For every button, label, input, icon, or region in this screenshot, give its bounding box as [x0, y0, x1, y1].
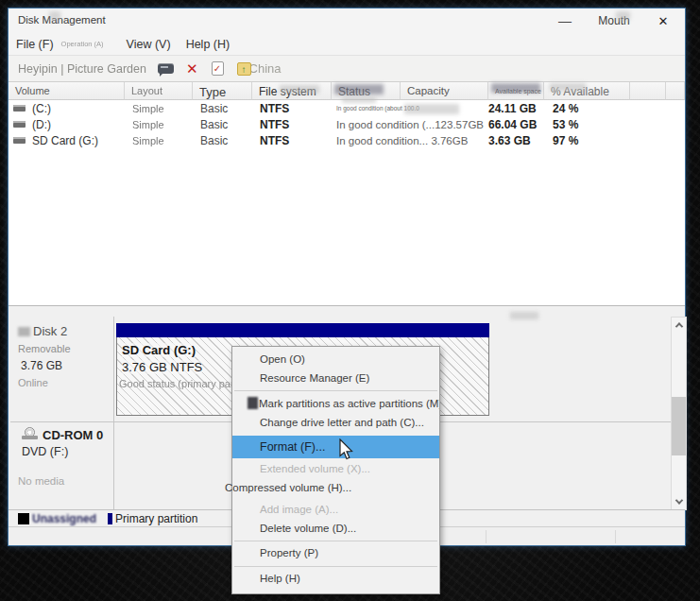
column-header-status[interactable]: Status	[332, 82, 401, 100]
column-header-capacity[interactable]: Capacity	[401, 82, 488, 100]
table-row[interactable]: SD Card (G:) Simple Basic NTFS In good c…	[9, 132, 685, 148]
column-header-volume[interactable]: Volume	[9, 82, 125, 100]
volume-status: In good condition (about 100.0	[332, 105, 475, 112]
scrollbar-thumb[interactable]	[672, 397, 686, 455]
column-header-type[interactable]: Type	[193, 82, 252, 100]
volume-available: 66.04 GB	[488, 118, 544, 131]
volume-filesystem: NTFS	[252, 118, 332, 131]
menu-help[interactable]: Help (H)	[179, 38, 238, 51]
menu-item-resource-manager[interactable]: Resource Manager (E)	[232, 369, 439, 388]
cd-drive-icon	[22, 427, 38, 439]
partition-title: SD Card (G:)	[122, 343, 196, 357]
chevron-up-icon	[674, 322, 682, 330]
legend-unassigned-swatch	[18, 513, 29, 524]
menu-item-change-drive-letter[interactable]: Change drive letter and path (C)...	[232, 414, 439, 433]
drive-icon	[13, 137, 26, 144]
status-separator	[486, 530, 487, 543]
volume-pct-available: 53 %	[544, 118, 630, 131]
menu-file[interactable]: File (F)	[9, 38, 61, 51]
volume-layout: Simple	[125, 103, 193, 114]
toolbar-caption: Heyipin | Picture Garden	[18, 62, 146, 76]
vertical-scrollbar[interactable]	[671, 317, 687, 510]
upload-folder-icon[interactable]: ↑	[237, 62, 251, 76]
partition-size: 3.76 GB NTFS	[122, 360, 202, 374]
partition-color-bar	[116, 323, 489, 337]
legend-unassigned-label: Unassigned	[32, 512, 96, 525]
volume-available: 24.11 GB	[488, 102, 544, 115]
menu-item-add-image: Add image (A)...	[232, 501, 439, 520]
toolbar-china-label: China	[249, 61, 282, 76]
column-header-filler	[630, 82, 666, 100]
scroll-up-button[interactable]	[672, 318, 686, 333]
drive-icon	[13, 105, 26, 112]
status-separator	[615, 530, 616, 543]
menu-item-property[interactable]: Property (P)	[232, 544, 439, 563]
toolbar: Heyipin | Picture Garden ✕ ✓ ↑ China	[9, 56, 685, 82]
disk-kind: Removable	[18, 343, 113, 354]
volume-type: Basic	[193, 118, 252, 131]
cdrom-info-box[interactable]: CD-ROM 0 DVD (F:) No media	[10, 422, 114, 510]
cdrom-name: CD-ROM 0	[43, 428, 103, 442]
menu-separator	[234, 390, 437, 391]
legend-primary-label: Primary partition	[115, 512, 197, 525]
volume-layout: Simple	[125, 119, 193, 130]
menu-item-extended-volume: Extended volume (X)...	[232, 460, 439, 479]
menu-operation[interactable]: Operation (A)	[61, 40, 119, 48]
column-header-available-space[interactable]: Available space	[488, 82, 544, 100]
menu-item-help[interactable]: Help (H)	[232, 570, 439, 589]
console-tree-icon[interactable]	[158, 63, 174, 74]
volume-list-pane: Volume Layout Type File system Status Ca…	[9, 82, 685, 305]
volume-type: Basic	[193, 134, 252, 147]
scroll-down-button[interactable]	[672, 494, 686, 509]
menu-item-mark-active[interactable]: Mark partitions as active partitions (M)	[232, 395, 439, 414]
title-bar: Disk Management — Mouth ✕	[9, 9, 685, 33]
disk-size: 3.76 GB	[18, 359, 113, 372]
volume-name: (D:)	[32, 118, 51, 131]
mouse-cursor	[338, 438, 354, 461]
close-button[interactable]: ✕	[641, 14, 685, 28]
disk2-info-box[interactable]: Disk 2 Removable 3.76 GB Online	[10, 317, 114, 421]
legend-primary-swatch	[108, 513, 112, 524]
desktop-background: Disk Management — Mouth ✕ File (F) Opera…	[0, 0, 700, 601]
menu-view[interactable]: View (V)	[119, 38, 179, 51]
volume-pct-available: 24 %	[544, 102, 630, 115]
table-row[interactable]: (C:) Simple Basic NTFS In good condition…	[9, 100, 685, 116]
table-row[interactable]: (D:) Simple Basic NTFS In good condition…	[9, 116, 685, 132]
menu-separator	[234, 566, 437, 567]
volume-filesystem: NTFS	[252, 134, 332, 147]
menu-bar: File (F) Operation (A) View (V) Help (H)	[9, 33, 685, 56]
volume-pct-available: 97 %	[544, 134, 630, 147]
blur-artifact	[248, 397, 258, 409]
menu-item-format[interactable]: Format (F)...	[232, 436, 439, 458]
column-header-layout[interactable]: Layout	[125, 82, 193, 100]
context-menu: Open (O) Resource Manager (E) Mark parti…	[231, 346, 440, 594]
column-header-pct-available[interactable]: % Available	[544, 82, 630, 100]
volume-type: Basic	[193, 102, 252, 115]
cdrom-drive-letter: DVD (F:)	[22, 445, 68, 458]
volume-filesystem: NTFS	[252, 102, 332, 115]
volume-layout: Simple	[125, 135, 193, 146]
table-header-row: Volume Layout Type File system Status Ca…	[9, 82, 685, 100]
menu-item-delete-volume[interactable]: Delete volume (D)...	[232, 520, 439, 539]
menu-item-open[interactable]: Open (O)	[232, 351, 439, 369]
menu-separator	[234, 541, 437, 541]
maximize-button[interactable]: Mouth	[587, 14, 641, 27]
volume-name: (C:)	[32, 102, 51, 115]
volume-name: SD Card (G:)	[32, 134, 98, 147]
volume-available: 3.63 GB	[488, 134, 544, 147]
column-header-filesystem[interactable]: File system	[252, 82, 332, 100]
cdrom-media-state: No media	[18, 475, 64, 487]
check-document-icon[interactable]: ✓	[212, 61, 224, 76]
disk-state: Online	[18, 377, 113, 388]
volume-status: In good condition (...123.57GB	[332, 119, 475, 130]
chevron-down-icon	[674, 496, 682, 504]
volume-status: In good condition... 3.76GB	[332, 135, 475, 146]
window-controls: — Mouth ✕	[543, 9, 685, 33]
minimize-button[interactable]: —	[543, 13, 587, 28]
blur-artifact	[18, 327, 30, 336]
menu-item-compressed-volume[interactable]: Compressed volume (H)...	[197, 479, 439, 498]
drive-icon	[13, 121, 26, 128]
column-header-stub	[666, 82, 685, 100]
red-x-icon[interactable]: ✕	[186, 61, 198, 76]
disk-name: Disk 2	[33, 324, 67, 338]
